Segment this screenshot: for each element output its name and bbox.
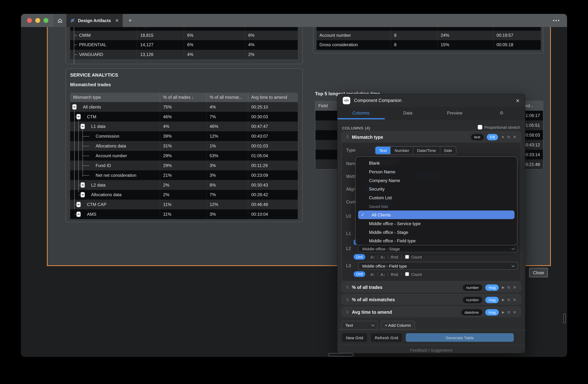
sizing-pill[interactable]: Hug <box>485 284 499 291</box>
dropdown-option[interactable]: Blank <box>356 159 517 167</box>
duplicate-icon[interactable]: ⧉ <box>507 135 510 139</box>
home-button[interactable] <box>54 14 66 27</box>
ord-pill[interactable]: Ord <box>354 254 365 260</box>
collapse-toggle[interactable] <box>81 124 85 129</box>
add-column-type-select[interactable]: Text <box>341 321 378 330</box>
expand-triangle-icon[interactable]: ▶ <box>502 298 504 302</box>
tab-close-icon[interactable]: ✕ <box>115 18 119 23</box>
dropdown-option[interactable]: Person Name <box>356 167 517 176</box>
add-column-button[interactable]: + Add Column <box>381 321 415 330</box>
tree-row[interactable]: Account number 29%53%01:05:04 <box>70 151 298 161</box>
more-menu-button[interactable]: ••• <box>553 14 567 27</box>
drag-handle-icon[interactable]: ⠿ <box>346 298 349 302</box>
sizing-pill[interactable]: Fill <box>487 134 498 140</box>
close-button[interactable]: Close <box>529 268 548 277</box>
count-toggle[interactable]: Count <box>401 272 422 276</box>
dropdown-option[interactable]: Middle office - Service type <box>356 219 517 228</box>
column-card-header[interactable]: ⠿ % of all trades number Hug ▶ ⧉ ✕ <box>342 282 521 293</box>
tree-row[interactable]: Net net consideration 21%3%00:23:09 <box>70 170 298 180</box>
collapse-toggle[interactable] <box>72 104 77 110</box>
design-canvas[interactable]: VANGUARD 19,55013%12% CMIM 18,8156%6% PR… <box>21 27 567 357</box>
collapse-toggle[interactable] <box>77 212 81 217</box>
tree-row[interactable]: L2 data 2%8%00:30:43 <box>70 180 298 190</box>
zoom-window-button[interactable] <box>43 18 48 23</box>
expand-triangle-icon[interactable]: ▶ <box>502 285 504 289</box>
dropdown-option[interactable]: Middle office - Stage <box>356 228 517 236</box>
duplicate-icon[interactable]: ⧉ <box>507 310 510 314</box>
l2-select[interactable]: Middle office - Stage <box>358 245 518 253</box>
tab-preview[interactable]: Preview <box>431 107 478 119</box>
tree-row[interactable]: L1 data 4%46%00:47:47 <box>70 122 298 131</box>
new-grid-button[interactable]: New Grid <box>342 333 367 342</box>
expand-triangle-icon[interactable]: ▶ <box>502 310 504 314</box>
segment-side[interactable]: Side <box>440 147 456 154</box>
checkbox[interactable] <box>405 272 409 276</box>
remove-column-icon[interactable]: ✕ <box>513 310 516 315</box>
feedback-link[interactable]: Feedback / Suggestions <box>337 348 525 352</box>
remove-column-icon[interactable]: ✕ <box>513 285 516 290</box>
tree-row[interactable]: AMS 11%3%00:10:04 <box>70 209 298 219</box>
refresh-grid-button[interactable]: Refresh Grid <box>371 333 402 342</box>
dropdown-option[interactable]: Company Name <box>356 176 517 185</box>
drag-handle-icon[interactable]: ⠿ <box>346 135 349 139</box>
tree-row[interactable]: Fund ID 29%3%00:11:29 <box>70 161 298 170</box>
collapse-toggle[interactable] <box>77 202 81 207</box>
minimize-window-button[interactable] <box>35 18 40 23</box>
tab-columns[interactable]: Columns <box>337 107 384 119</box>
tree-row[interactable]: Allocations data 2%7%00:28:42 <box>70 190 298 200</box>
horizontal-scrollbar[interactable] <box>328 353 354 357</box>
checkbox[interactable] <box>478 125 482 130</box>
l3-select[interactable]: Middle office - Field type <box>358 262 518 270</box>
ord-pill[interactable]: Ord <box>354 271 365 277</box>
tree-row[interactable]: CTM CAP 11%12%00:46:48 <box>70 200 298 209</box>
tab-design-artifacts[interactable]: Design Artifacts ✕ <box>66 14 123 27</box>
close-window-button[interactable] <box>27 18 32 23</box>
remove-column-icon[interactable]: ✕ <box>513 297 516 302</box>
sort-random[interactable]: Rnd <box>388 254 401 259</box>
dropdown-option[interactable]: Security <box>356 184 517 193</box>
collapse-toggle[interactable] <box>77 114 81 119</box>
drag-handle-icon[interactable]: ⠿ <box>346 310 349 314</box>
settings-gear-icon[interactable]: ⚙ <box>478 107 525 119</box>
tree-row[interactable]: All clients 75%4%00:25:10 <box>70 102 298 112</box>
count-toggle[interactable]: Count <box>401 254 422 259</box>
remove-column-icon[interactable]: ✕ <box>513 135 516 140</box>
panel-close-icon[interactable]: ✕ <box>516 98 520 103</box>
dropdown-option-selected[interactable]: ✓ All Clients <box>358 210 514 219</box>
collapse-toggle[interactable] <box>81 182 85 188</box>
vertical-scrollbar[interactable] <box>563 313 566 323</box>
column-card-header[interactable]: ⠿ % of all mismatches number Hug ▶ ⧉ ✕ <box>342 294 521 305</box>
sizing-pill[interactable]: Hug <box>485 309 499 315</box>
sort-random[interactable]: Rnd <box>388 272 401 276</box>
checkbox[interactable] <box>405 255 409 259</box>
tab-data[interactable]: Data <box>384 107 431 119</box>
active-tab-underline <box>337 118 384 119</box>
collapse-triangle-icon[interactable]: ▼ <box>501 135 504 139</box>
column-card-header[interactable]: ⠿ Avg time to amend datetime Hug ▶ ⧉ ✕ <box>342 307 521 317</box>
sort-az-desc[interactable]: A↓ <box>378 254 388 259</box>
sizing-pill[interactable]: Hug <box>485 296 499 303</box>
collapse-toggle[interactable] <box>81 192 85 197</box>
column-header[interactable]: % of all trades ↓ <box>160 93 206 102</box>
tree-row[interactable]: Commission 39%12%00:43:07 <box>70 131 298 141</box>
sort-az-asc[interactable]: A↑ <box>368 272 378 276</box>
segment-datetime[interactable]: Date/Time <box>413 147 440 154</box>
new-tab-button[interactable]: + <box>123 14 138 27</box>
column-header[interactable]: % of all mismat... <box>206 93 248 102</box>
dropdown-option[interactable]: Middle office - Field type <box>356 236 517 245</box>
generate-table-button[interactable]: Generate Table <box>406 333 514 342</box>
sort-az-desc[interactable]: A↓ <box>378 272 388 276</box>
sort-az-asc[interactable]: A↑ <box>368 254 378 259</box>
tree-row[interactable]: CTM 46%7%00:30:03 <box>70 112 298 122</box>
proportional-stretch-toggle[interactable]: Proportional stretch <box>478 125 520 130</box>
tree-row[interactable]: Allocations data 31%1%00:01:03 <box>70 141 298 151</box>
column-card-header[interactable]: ⠿ Mismatch type text Fill ▼ ⧉ ✕ <box>342 132 521 143</box>
column-header[interactable]: Avg time to amend <box>248 93 298 102</box>
drag-handle-icon[interactable]: ⠿ <box>346 285 349 290</box>
duplicate-icon[interactable]: ⧉ <box>507 298 510 302</box>
dropdown-option[interactable]: Custom List <box>356 193 517 202</box>
duplicate-icon[interactable]: ⧉ <box>507 285 510 290</box>
segment-text[interactable]: Text <box>376 147 391 154</box>
segment-number[interactable]: Number <box>391 147 413 154</box>
column-header[interactable]: Mismatch type <box>70 93 160 102</box>
